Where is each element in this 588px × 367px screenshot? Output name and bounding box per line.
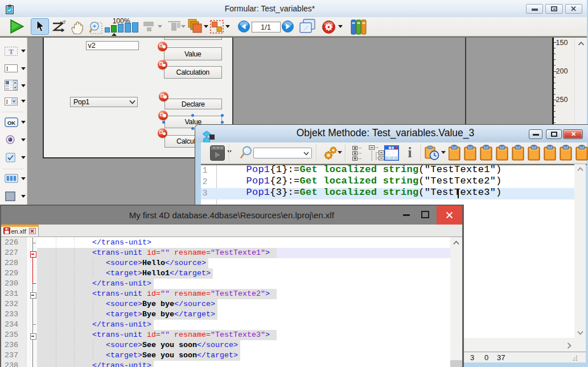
svg-text:OK: OK: [7, 120, 15, 126]
svg-text:I: I: [6, 66, 8, 72]
svg-text:I: I: [6, 99, 8, 105]
svg-text:T: T: [9, 47, 14, 56]
